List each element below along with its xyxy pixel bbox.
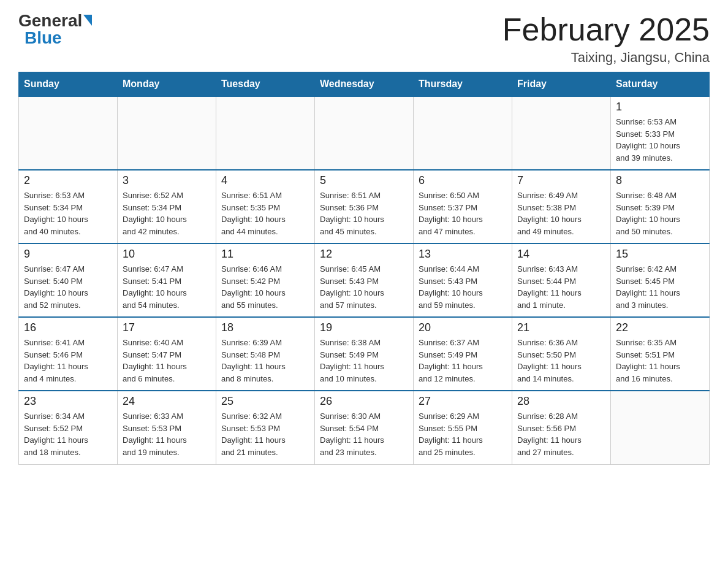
calendar-cell <box>512 96 611 170</box>
day-number: 18 <box>221 321 309 334</box>
day-header-tuesday: Tuesday <box>216 72 315 97</box>
logo-triangle-icon <box>83 15 92 26</box>
day-number: 19 <box>320 321 408 334</box>
calendar-cell: 5Sunrise: 6:51 AM Sunset: 5:36 PM Daylig… <box>315 170 414 243</box>
day-info: Sunrise: 6:35 AM Sunset: 5:51 PM Dayligh… <box>616 337 704 385</box>
day-info: Sunrise: 6:33 AM Sunset: 5:53 PM Dayligh… <box>123 410 211 458</box>
day-info: Sunrise: 6:47 AM Sunset: 5:40 PM Dayligh… <box>24 263 112 311</box>
day-number: 11 <box>221 248 309 261</box>
day-info: Sunrise: 6:51 AM Sunset: 5:36 PM Dayligh… <box>320 190 408 237</box>
day-number: 10 <box>123 248 211 261</box>
calendar-cell: 16Sunrise: 6:41 AM Sunset: 5:46 PM Dayli… <box>19 317 118 391</box>
week-row-2: 2Sunrise: 6:53 AM Sunset: 5:34 PM Daylig… <box>19 170 710 243</box>
day-number: 14 <box>517 248 605 261</box>
day-info: Sunrise: 6:52 AM Sunset: 5:34 PM Dayligh… <box>123 190 211 237</box>
calendar-cell: 23Sunrise: 6:34 AM Sunset: 5:52 PM Dayli… <box>19 391 118 464</box>
day-number: 27 <box>419 395 507 408</box>
day-number: 6 <box>419 174 507 187</box>
calendar-cell: 6Sunrise: 6:50 AM Sunset: 5:37 PM Daylig… <box>414 170 512 243</box>
calendar-cell: 20Sunrise: 6:37 AM Sunset: 5:49 PM Dayli… <box>414 317 512 391</box>
calendar-cell: 1Sunrise: 6:53 AM Sunset: 5:33 PM Daylig… <box>611 96 710 170</box>
day-info: Sunrise: 6:39 AM Sunset: 5:48 PM Dayligh… <box>221 337 309 385</box>
calendar-cell: 2Sunrise: 6:53 AM Sunset: 5:34 PM Daylig… <box>19 170 118 243</box>
title-section: February 2025 Taixing, Jiangsu, China <box>502 12 710 66</box>
day-header-monday: Monday <box>118 72 216 97</box>
day-number: 4 <box>221 174 309 187</box>
day-info: Sunrise: 6:49 AM Sunset: 5:38 PM Dayligh… <box>517 190 605 237</box>
week-row-3: 9Sunrise: 6:47 AM Sunset: 5:40 PM Daylig… <box>19 243 710 317</box>
week-row-1: 1Sunrise: 6:53 AM Sunset: 5:33 PM Daylig… <box>19 96 710 170</box>
day-number: 26 <box>320 395 408 408</box>
logo-text-general: General <box>18 12 82 29</box>
calendar-cell: 15Sunrise: 6:42 AM Sunset: 5:45 PM Dayli… <box>611 243 710 317</box>
day-info: Sunrise: 6:30 AM Sunset: 5:54 PM Dayligh… <box>320 410 408 458</box>
calendar-cell: 26Sunrise: 6:30 AM Sunset: 5:54 PM Dayli… <box>315 391 414 464</box>
day-number: 13 <box>419 248 507 261</box>
day-number: 17 <box>123 321 211 334</box>
day-number: 1 <box>616 101 704 113</box>
day-info: Sunrise: 6:43 AM Sunset: 5:44 PM Dayligh… <box>517 263 605 311</box>
day-info: Sunrise: 6:51 AM Sunset: 5:35 PM Dayligh… <box>221 190 309 237</box>
calendar-cell: 14Sunrise: 6:43 AM Sunset: 5:44 PM Dayli… <box>512 243 611 317</box>
day-info: Sunrise: 6:53 AM Sunset: 5:33 PM Dayligh… <box>616 116 704 164</box>
calendar-cell: 13Sunrise: 6:44 AM Sunset: 5:43 PM Dayli… <box>414 243 512 317</box>
day-info: Sunrise: 6:34 AM Sunset: 5:52 PM Dayligh… <box>24 410 112 458</box>
calendar-cell <box>19 96 118 170</box>
calendar-cell <box>315 96 414 170</box>
location: Taixing, Jiangsu, China <box>502 50 710 66</box>
day-number: 20 <box>419 321 507 334</box>
day-number: 22 <box>616 321 704 334</box>
week-row-4: 16Sunrise: 6:41 AM Sunset: 5:46 PM Dayli… <box>19 317 710 391</box>
calendar-cell: 4Sunrise: 6:51 AM Sunset: 5:35 PM Daylig… <box>216 170 315 243</box>
calendar-cell: 3Sunrise: 6:52 AM Sunset: 5:34 PM Daylig… <box>118 170 216 243</box>
day-header-sunday: Sunday <box>19 72 118 97</box>
calendar-cell: 17Sunrise: 6:40 AM Sunset: 5:47 PM Dayli… <box>118 317 216 391</box>
day-header-wednesday: Wednesday <box>315 72 414 97</box>
calendar-cell <box>216 96 315 170</box>
calendar-cell: 19Sunrise: 6:38 AM Sunset: 5:49 PM Dayli… <box>315 317 414 391</box>
day-info: Sunrise: 6:50 AM Sunset: 5:37 PM Dayligh… <box>419 190 507 237</box>
week-row-5: 23Sunrise: 6:34 AM Sunset: 5:52 PM Dayli… <box>19 391 710 464</box>
calendar-table: SundayMondayTuesdayWednesdayThursdayFrid… <box>18 72 710 465</box>
logo: General Blue <box>18 12 92 47</box>
calendar-cell: 8Sunrise: 6:48 AM Sunset: 5:39 PM Daylig… <box>611 170 710 243</box>
calendar-cell: 11Sunrise: 6:46 AM Sunset: 5:42 PM Dayli… <box>216 243 315 317</box>
day-info: Sunrise: 6:45 AM Sunset: 5:43 PM Dayligh… <box>320 263 408 311</box>
day-number: 21 <box>517 321 605 334</box>
calendar-header-row: SundayMondayTuesdayWednesdayThursdayFrid… <box>19 72 710 97</box>
calendar-cell: 12Sunrise: 6:45 AM Sunset: 5:43 PM Dayli… <box>315 243 414 317</box>
calendar-cell <box>118 96 216 170</box>
day-number: 7 <box>517 174 605 187</box>
calendar-cell <box>414 96 512 170</box>
day-number: 5 <box>320 174 408 187</box>
day-info: Sunrise: 6:36 AM Sunset: 5:50 PM Dayligh… <box>517 337 605 385</box>
calendar-cell: 18Sunrise: 6:39 AM Sunset: 5:48 PM Dayli… <box>216 317 315 391</box>
day-number: 16 <box>24 321 112 334</box>
calendar-cell: 10Sunrise: 6:47 AM Sunset: 5:41 PM Dayli… <box>118 243 216 317</box>
day-header-thursday: Thursday <box>414 72 512 97</box>
month-title: February 2025 <box>502 12 710 47</box>
day-info: Sunrise: 6:46 AM Sunset: 5:42 PM Dayligh… <box>221 263 309 311</box>
day-number: 23 <box>24 395 112 408</box>
page-header: General Blue February 2025 Taixing, Jian… <box>18 12 710 66</box>
day-info: Sunrise: 6:41 AM Sunset: 5:46 PM Dayligh… <box>24 337 112 385</box>
day-info: Sunrise: 6:29 AM Sunset: 5:55 PM Dayligh… <box>419 410 507 458</box>
calendar-cell: 24Sunrise: 6:33 AM Sunset: 5:53 PM Dayli… <box>118 391 216 464</box>
day-info: Sunrise: 6:28 AM Sunset: 5:56 PM Dayligh… <box>517 410 605 458</box>
day-header-saturday: Saturday <box>611 72 710 97</box>
calendar-cell: 9Sunrise: 6:47 AM Sunset: 5:40 PM Daylig… <box>19 243 118 317</box>
calendar-cell: 28Sunrise: 6:28 AM Sunset: 5:56 PM Dayli… <box>512 391 611 464</box>
day-info: Sunrise: 6:48 AM Sunset: 5:39 PM Dayligh… <box>616 190 704 237</box>
day-number: 25 <box>221 395 309 408</box>
day-info: Sunrise: 6:53 AM Sunset: 5:34 PM Dayligh… <box>24 190 112 237</box>
day-number: 15 <box>616 248 704 261</box>
day-info: Sunrise: 6:47 AM Sunset: 5:41 PM Dayligh… <box>123 263 211 311</box>
day-info: Sunrise: 6:44 AM Sunset: 5:43 PM Dayligh… <box>419 263 507 311</box>
day-number: 2 <box>24 174 112 187</box>
calendar-cell: 27Sunrise: 6:29 AM Sunset: 5:55 PM Dayli… <box>414 391 512 464</box>
day-header-friday: Friday <box>512 72 611 97</box>
day-number: 24 <box>123 395 211 408</box>
logo-text-blue: Blue <box>25 29 62 47</box>
day-info: Sunrise: 6:37 AM Sunset: 5:49 PM Dayligh… <box>419 337 507 385</box>
day-info: Sunrise: 6:40 AM Sunset: 5:47 PM Dayligh… <box>123 337 211 385</box>
